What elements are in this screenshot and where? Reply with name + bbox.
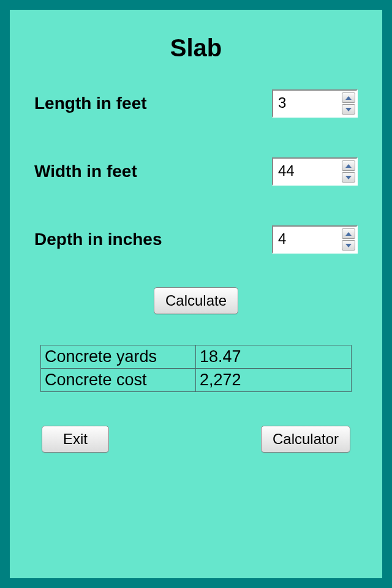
main-panel: Slab Length in feet 3 Width in feet 44 D… — [10, 10, 382, 578]
width-value[interactable]: 44 — [273, 159, 341, 184]
concrete-yards-value: 18.47 — [196, 345, 351, 368]
chevron-up-icon — [345, 164, 352, 168]
depth-step-up[interactable] — [342, 228, 355, 239]
page-title: Slab — [34, 34, 358, 62]
concrete-cost-value: 2,272 — [196, 369, 351, 391]
length-spinner[interactable]: 3 — [272, 89, 358, 118]
width-step-up[interactable] — [342, 160, 355, 171]
length-label: Length in feet — [34, 94, 147, 113]
length-step-down[interactable] — [342, 104, 355, 115]
concrete-cost-label: Concrete cost — [41, 369, 196, 391]
bottom-button-row: Exit Calculator — [34, 426, 358, 453]
chevron-up-icon — [345, 232, 352, 236]
width-spinner-buttons — [341, 159, 356, 184]
length-row: Length in feet 3 — [34, 89, 358, 118]
depth-row: Depth in inches 4 — [34, 225, 358, 254]
length-spinner-buttons — [341, 91, 356, 116]
width-row: Width in feet 44 — [34, 157, 358, 186]
chevron-down-icon — [345, 244, 352, 247]
exit-button[interactable]: Exit — [42, 426, 109, 453]
calculator-button[interactable]: Calculator — [261, 426, 350, 453]
width-label: Width in feet — [34, 162, 137, 181]
width-step-down[interactable] — [342, 172, 355, 183]
result-row-yards: Concrete yards 18.47 — [41, 345, 351, 368]
length-step-up[interactable] — [342, 92, 355, 103]
concrete-yards-label: Concrete yards — [41, 345, 196, 368]
chevron-down-icon — [345, 176, 352, 179]
depth-spinner-buttons — [341, 227, 356, 252]
depth-label: Depth in inches — [34, 230, 162, 249]
length-value[interactable]: 3 — [273, 91, 341, 116]
chevron-up-icon — [345, 96, 352, 100]
depth-spinner[interactable]: 4 — [272, 225, 358, 254]
results-table: Concrete yards 18.47 Concrete cost 2,272 — [40, 345, 352, 392]
depth-value[interactable]: 4 — [273, 227, 341, 252]
chevron-down-icon — [345, 108, 352, 111]
result-row-cost: Concrete cost 2,272 — [41, 368, 351, 391]
calculate-row: Calculate — [34, 287, 358, 314]
depth-step-down[interactable] — [342, 240, 355, 251]
width-spinner[interactable]: 44 — [272, 157, 358, 186]
calculate-button[interactable]: Calculate — [154, 287, 238, 314]
